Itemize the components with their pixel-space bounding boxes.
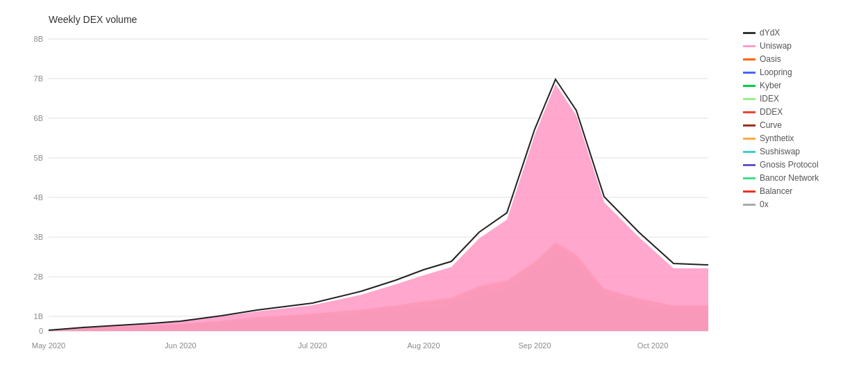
legend-color-swatch bbox=[743, 138, 756, 140]
legend-color-swatch bbox=[743, 164, 756, 166]
legend-label: IDEX bbox=[760, 94, 779, 104]
chart-title: Weekly DEX volume bbox=[49, 14, 854, 25]
legend-color-swatch bbox=[743, 32, 756, 34]
legend-label: Sushiswap bbox=[760, 147, 800, 156]
svg-text:1B: 1B bbox=[34, 312, 43, 320]
legend: dYdXUniswapOasisLoopringKyberIDEXDDEXCur… bbox=[743, 28, 861, 209]
legend-item: Kyber bbox=[743, 81, 861, 90]
legend-label: DDEX bbox=[760, 107, 783, 117]
legend-color-swatch bbox=[743, 72, 756, 74]
legend-label: 0x bbox=[760, 200, 769, 209]
legend-label: Curve bbox=[760, 120, 782, 130]
svg-text:3B: 3B bbox=[34, 233, 43, 241]
svg-text:Oct 2020: Oct 2020 bbox=[637, 341, 669, 350]
legend-item: DDEX bbox=[743, 107, 861, 117]
legend-color-swatch bbox=[743, 151, 756, 153]
legend-label: Uniswap bbox=[760, 41, 792, 51]
legend-color-swatch bbox=[743, 204, 756, 206]
chart-area: 8B 7B 6B 5B 4B 3B 2B 1B 0 May 2020 Jun 2… bbox=[49, 32, 708, 352]
legend-label: Gnosis Protocol bbox=[760, 160, 819, 170]
legend-color-swatch bbox=[743, 124, 756, 127]
svg-text:7B: 7B bbox=[34, 74, 43, 83]
legend-item: Uniswap bbox=[743, 41, 861, 51]
legend-color-swatch bbox=[743, 58, 756, 60]
svg-marker-37 bbox=[49, 84, 708, 331]
legend-label: Synthetix bbox=[760, 133, 794, 143]
svg-text:May 2020: May 2020 bbox=[32, 341, 65, 350]
legend-color-swatch bbox=[743, 111, 756, 113]
legend-color-swatch bbox=[743, 177, 756, 179]
legend-color-swatch bbox=[743, 85, 756, 87]
legend-label: Balancer bbox=[760, 186, 792, 196]
legend-item: IDEX bbox=[743, 94, 861, 104]
svg-text:Jul 2020: Jul 2020 bbox=[298, 341, 327, 350]
legend-color-swatch bbox=[743, 98, 756, 100]
legend-item: Gnosis Protocol bbox=[743, 160, 861, 170]
legend-label: Bancor Network bbox=[760, 173, 819, 183]
legend-item: dYdX bbox=[743, 28, 861, 38]
chart-container: Weekly DEX volume Dune Analytics 8B 7B 6… bbox=[0, 0, 868, 390]
legend-item: Balancer bbox=[743, 186, 861, 196]
svg-text:8B: 8B bbox=[34, 35, 43, 43]
legend-item: 0x bbox=[743, 200, 861, 209]
svg-text:0: 0 bbox=[39, 327, 43, 335]
legend-item: Loopring bbox=[743, 67, 861, 77]
svg-text:4B: 4B bbox=[34, 193, 43, 202]
legend-label: Oasis bbox=[760, 54, 781, 64]
legend-color-swatch bbox=[743, 190, 756, 193]
chart-svg: 8B 7B 6B 5B 4B 3B 2B 1B 0 May 2020 Jun 2… bbox=[49, 32, 708, 352]
legend-item: Bancor Network bbox=[743, 173, 861, 183]
svg-text:5B: 5B bbox=[34, 154, 43, 162]
legend-color-swatch bbox=[743, 45, 756, 47]
legend-label: Kyber bbox=[760, 81, 781, 90]
svg-text:2B: 2B bbox=[34, 273, 43, 281]
svg-text:Sep 2020: Sep 2020 bbox=[518, 341, 551, 350]
svg-text:Jun 2020: Jun 2020 bbox=[165, 341, 196, 350]
legend-label: Loopring bbox=[760, 67, 792, 77]
legend-item: Curve bbox=[743, 120, 861, 130]
svg-text:6B: 6B bbox=[34, 114, 43, 122]
legend-item: Oasis bbox=[743, 54, 861, 64]
legend-label: dYdX bbox=[760, 28, 780, 38]
legend-item: Sushiswap bbox=[743, 147, 861, 156]
legend-item: Synthetix bbox=[743, 133, 861, 143]
svg-text:Aug 2020: Aug 2020 bbox=[407, 341, 440, 350]
